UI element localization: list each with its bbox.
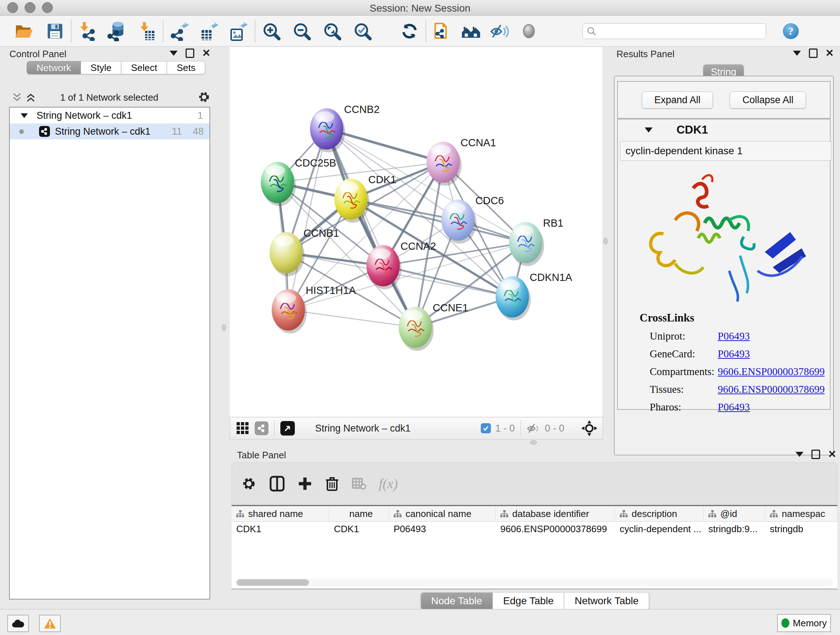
fit-selected-crosshair-icon[interactable] bbox=[581, 420, 598, 437]
tab-style[interactable]: Style bbox=[81, 61, 121, 74]
column-header-name[interactable]: name bbox=[329, 506, 389, 521]
collapse-protein-icon[interactable] bbox=[645, 127, 653, 133]
tab-sets[interactable]: Sets bbox=[167, 61, 205, 74]
hidden-counts: 0 - 0 bbox=[545, 423, 564, 434]
column-header-shared-name[interactable]: shared name bbox=[232, 506, 329, 521]
network-node-CCNB2[interactable] bbox=[310, 108, 345, 152]
network-node-CCNA1[interactable] bbox=[426, 141, 462, 186]
column-header-database-identifier[interactable]: database identifier bbox=[496, 506, 615, 521]
scrollbar-thumb[interactable] bbox=[237, 579, 309, 586]
zoom-selected-icon bbox=[353, 21, 372, 41]
bottom-splitter-grip[interactable] bbox=[531, 440, 537, 445]
network-canvas[interactable]: CCNB2CCNA1CDC25BCDK1CDC6RB1CCNB1CCNA2CDK… bbox=[230, 47, 602, 417]
zoom-out-button[interactable] bbox=[292, 21, 312, 42]
tab-select[interactable]: Select bbox=[121, 61, 167, 74]
export-table-button[interactable] bbox=[199, 21, 219, 42]
save-session-button[interactable] bbox=[45, 21, 65, 42]
panel-float-icon[interactable] bbox=[809, 49, 818, 58]
network-node-CCNB1[interactable] bbox=[270, 232, 305, 276]
crosslink-link[interactable]: 9606.ENSP00000378699 bbox=[718, 366, 825, 378]
cloud-icon bbox=[11, 619, 25, 628]
tab-edge-table[interactable]: Edge Table bbox=[493, 592, 564, 610]
column-header-namespac[interactable]: namespac bbox=[765, 506, 837, 521]
panel-float-icon[interactable] bbox=[186, 49, 194, 58]
protein-header[interactable]: CDK1 bbox=[618, 119, 830, 140]
apply-layout-button[interactable] bbox=[399, 21, 420, 42]
zoom-selected-button[interactable] bbox=[352, 21, 373, 42]
network-node-CDKN1A[interactable] bbox=[496, 276, 531, 320]
crosslink-link[interactable]: 9606.ENSP00000378699 bbox=[718, 383, 825, 395]
cloud-status-button[interactable] bbox=[7, 615, 29, 632]
network-node-CCNE1[interactable] bbox=[399, 307, 434, 351]
network-graph: CCNB2CCNA1CDC25BCDK1CDC6RB1CCNB1CCNA2CDK… bbox=[230, 47, 602, 417]
home-button[interactable] bbox=[461, 21, 481, 42]
create-column-plus-icon[interactable] bbox=[298, 477, 312, 491]
import-network-from-database-button[interactable] bbox=[107, 21, 127, 42]
network-row[interactable]: String Network – cdk1 11 48 bbox=[10, 124, 210, 139]
export-image-button[interactable] bbox=[229, 21, 249, 42]
import-table-button[interactable] bbox=[137, 21, 157, 42]
crosslink-row: GeneCard:P06493 bbox=[650, 348, 830, 360]
panel-close-icon[interactable]: ✕ bbox=[202, 49, 210, 57]
table-cell[interactable]: cyclin-dependent ... bbox=[615, 522, 704, 536]
grid-view-icon[interactable] bbox=[236, 421, 249, 435]
import-network-button[interactable] bbox=[77, 21, 98, 42]
network-node-HIST1H1A[interactable] bbox=[272, 289, 307, 333]
gear-icon[interactable] bbox=[197, 90, 210, 103]
network-node-CCNA2[interactable] bbox=[366, 245, 401, 289]
column-header-@id[interactable]: @id bbox=[704, 506, 765, 521]
crosslink-link[interactable]: P06493 bbox=[718, 401, 750, 413]
panel-menu-icon[interactable] bbox=[793, 51, 801, 56]
zoom-in-button[interactable] bbox=[261, 21, 281, 42]
collapse-all-button[interactable]: Collapse All bbox=[729, 92, 806, 109]
network-node-CDK1[interactable] bbox=[334, 179, 369, 223]
zoom-fit-button[interactable] bbox=[322, 21, 342, 42]
node-label-CCNB1: CCNB1 bbox=[303, 227, 339, 239]
table-cell[interactable]: stringdb bbox=[765, 522, 837, 536]
selected-checkbox-icon[interactable] bbox=[481, 423, 491, 433]
control-panel-header: Control Panel ✕ bbox=[4, 48, 214, 60]
string-import-button[interactable] bbox=[432, 21, 452, 42]
birds-eye-view-icon[interactable] bbox=[280, 421, 295, 435]
tab-network-table[interactable]: Network Table bbox=[564, 592, 649, 610]
tab-node-table[interactable]: Node Table bbox=[421, 592, 493, 610]
table-row[interactable]: CDK1CDK1P064939606.ENSP00000378699cyclin… bbox=[232, 522, 837, 536]
left-splitter-grip[interactable] bbox=[222, 325, 226, 331]
show-glass-pane-button[interactable] bbox=[519, 21, 539, 42]
help-button[interactable]: ? bbox=[781, 21, 801, 42]
network-collection-row[interactable]: String Network – cdk1 1 bbox=[10, 108, 210, 124]
open-session-button[interactable] bbox=[14, 21, 34, 42]
crosslink-link[interactable]: P06493 bbox=[718, 330, 750, 342]
table-cell[interactable]: stringdb:9... bbox=[704, 522, 765, 536]
search-input[interactable] bbox=[597, 25, 762, 37]
crosslink-link[interactable]: P06493 bbox=[718, 348, 750, 360]
table-horizontal-scrollbar[interactable] bbox=[236, 578, 833, 586]
panel-close-icon[interactable]: ✕ bbox=[828, 450, 836, 459]
table-options-gear-icon[interactable] bbox=[241, 476, 256, 491]
tree-expander-icon[interactable] bbox=[21, 113, 28, 118]
memory-button[interactable]: Memory bbox=[777, 614, 831, 632]
column-header-description[interactable]: description bbox=[615, 506, 704, 521]
panel-float-icon[interactable] bbox=[812, 450, 820, 459]
panel-close-icon[interactable]: ✕ bbox=[826, 49, 834, 57]
column-header-canonical-name[interactable]: canonical name bbox=[389, 506, 496, 521]
tab-network[interactable]: Network bbox=[27, 61, 81, 74]
panel-menu-icon[interactable] bbox=[796, 452, 804, 457]
panel-menu-icon[interactable] bbox=[170, 51, 178, 56]
expand-all-button[interactable]: Expand All bbox=[642, 92, 714, 109]
table-cell[interactable]: P06493 bbox=[389, 522, 496, 536]
table-cell[interactable]: CDK1 bbox=[329, 522, 389, 536]
right-splitter-grip[interactable] bbox=[603, 238, 608, 244]
network-edge bbox=[288, 129, 327, 310]
hide-glass-pane-button[interactable] bbox=[490, 21, 510, 42]
table-cell[interactable]: 9606.ENSP00000378699 bbox=[496, 522, 615, 536]
export-network-button[interactable] bbox=[169, 21, 189, 42]
show-columns-icon[interactable] bbox=[269, 475, 286, 492]
refresh-icon bbox=[400, 22, 419, 41]
delete-column-trash-icon[interactable] bbox=[325, 476, 340, 492]
warnings-button[interactable] bbox=[39, 615, 61, 632]
toolbar-search[interactable] bbox=[583, 23, 766, 39]
network-node-RB1[interactable] bbox=[509, 222, 544, 266]
network-share-view-icon[interactable] bbox=[255, 421, 268, 435]
table-cell[interactable]: CDK1 bbox=[232, 522, 329, 536]
